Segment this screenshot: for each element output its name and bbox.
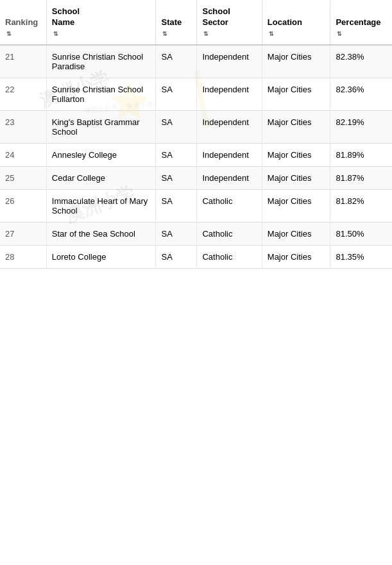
header-location[interactable]: Location ⇅: [262, 0, 330, 45]
cell-state: SA: [156, 245, 197, 268]
cell-location: Major Cities: [262, 189, 330, 222]
table-row: 26Immaculate Heart of Mary SchoolSACatho…: [0, 189, 392, 222]
cell-school-name: Sunrise Christian School Fullarton: [46, 78, 156, 110]
header-percentage[interactable]: Percentage ⇅: [330, 0, 392, 45]
cell-state: SA: [156, 78, 197, 110]
cell-location: Major Cities: [262, 110, 330, 143]
cell-state: SA: [156, 166, 197, 189]
table-row: 24Annesley CollegeSAIndependentMajor Cit…: [0, 143, 392, 166]
cell-location: Major Cities: [262, 245, 330, 268]
rankings-table: Ranking ⇅ School Name ⇅ State ⇅ School S…: [0, 0, 392, 269]
table-row: 23King's Baptist Grammar SchoolSAIndepen…: [0, 110, 392, 143]
table-row: 25Cedar CollegeSAIndependentMajor Cities…: [0, 166, 392, 189]
cell-ranking: 23: [0, 110, 46, 143]
cell-ranking: 26: [0, 189, 46, 222]
table-row: 21Sunrise Christian School ParadiseSAInd…: [0, 45, 392, 78]
cell-location: Major Cities: [262, 45, 330, 78]
cell-percentage: 81.35%: [330, 245, 392, 268]
sort-icon-percentage[interactable]: ⇅: [337, 31, 342, 37]
cell-school-name: Immaculate Heart of Mary School: [46, 189, 156, 222]
table-row: 27Star of the Sea SchoolSACatholicMajor …: [0, 222, 392, 245]
cell-location: Major Cities: [262, 222, 330, 245]
cell-percentage: 82.36%: [330, 78, 392, 110]
cell-school-name: Star of the Sea School: [46, 222, 156, 245]
header-school-sector[interactable]: School Sector ⇅: [197, 0, 262, 45]
cell-ranking: 22: [0, 78, 46, 110]
sort-icon-location[interactable]: ⇅: [269, 31, 274, 37]
sort-icon-school[interactable]: ⇅: [53, 31, 58, 37]
cell-ranking: 24: [0, 143, 46, 166]
table-row: 28Loreto CollegeSACatholicMajor Cities81…: [0, 245, 392, 268]
cell-sector: Independent: [197, 45, 262, 78]
cell-sector: Catholic: [197, 222, 262, 245]
header-state[interactable]: State ⇅: [156, 0, 197, 45]
cell-sector: Independent: [197, 110, 262, 143]
cell-ranking: 21: [0, 45, 46, 78]
cell-location: Major Cities: [262, 78, 330, 110]
cell-ranking: 27: [0, 222, 46, 245]
cell-state: SA: [156, 45, 197, 78]
cell-sector: Catholic: [197, 189, 262, 222]
cell-sector: Independent: [197, 78, 262, 110]
cell-sector: Catholic: [197, 245, 262, 268]
cell-percentage: 82.19%: [330, 110, 392, 143]
cell-sector: Independent: [197, 143, 262, 166]
cell-state: SA: [156, 189, 197, 222]
cell-ranking: 28: [0, 245, 46, 268]
cell-percentage: 81.50%: [330, 222, 392, 245]
cell-location: Major Cities: [262, 143, 330, 166]
sort-icon-ranking[interactable]: ⇅: [6, 31, 12, 37]
table-header-row: Ranking ⇅ School Name ⇅ State ⇅ School S…: [0, 0, 392, 45]
cell-school-name: King's Baptist Grammar School: [46, 110, 156, 143]
cell-state: SA: [156, 110, 197, 143]
cell-state: SA: [156, 222, 197, 245]
sort-icon-sector[interactable]: ⇅: [203, 31, 209, 37]
table-container: 澳洲小学 澳洲小学 澳洲小学 澳洲小学 ⭐ ⭐ 微信公众号：澳洲小学 微信公众号…: [0, 0, 392, 269]
table-row: 22Sunrise Christian School FullartonSAIn…: [0, 78, 392, 110]
cell-school-name: Cedar College: [46, 166, 156, 189]
cell-school-name: Annesley College: [46, 143, 156, 166]
cell-percentage: 81.82%: [330, 189, 392, 222]
cell-school-name: Sunrise Christian School Paradise: [46, 45, 156, 78]
sort-icon-state[interactable]: ⇅: [162, 31, 167, 37]
cell-school-name: Loreto College: [46, 245, 156, 268]
cell-percentage: 81.89%: [330, 143, 392, 166]
cell-location: Major Cities: [262, 166, 330, 189]
cell-percentage: 81.87%: [330, 166, 392, 189]
cell-ranking: 25: [0, 166, 46, 189]
cell-percentage: 82.38%: [330, 45, 392, 78]
header-ranking[interactable]: Ranking ⇅: [0, 0, 46, 45]
cell-sector: Independent: [197, 166, 262, 189]
cell-state: SA: [156, 143, 197, 166]
header-school-name[interactable]: School Name ⇅: [46, 0, 156, 45]
